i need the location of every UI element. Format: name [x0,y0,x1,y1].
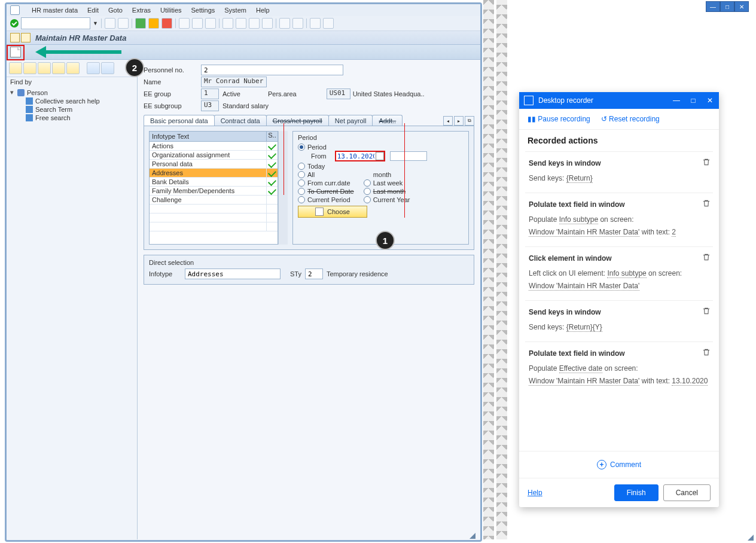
minimize-button[interactable]: — [672,96,681,105]
delete-icon[interactable] [702,158,711,166]
table-row[interactable]: Bank Details [150,178,278,187]
close-button[interactable]: ✕ [706,96,714,105]
help-link[interactable]: Help [528,489,542,497]
nav-back-icon[interactable] [135,18,146,29]
radio-period[interactable] [298,144,305,151]
create-button[interactable] [10,47,21,57]
radio-all[interactable] [298,171,305,178]
pause-button[interactable]: ▮▮ Pause recording [528,115,590,123]
radio-curr-period[interactable] [298,196,305,203]
delete-icon[interactable] [702,199,711,208]
action-card[interactable]: Polulate text field in windowPopulate In… [525,193,713,246]
add-comment-button[interactable]: +Comment [519,451,719,478]
choose-button[interactable]: Choose [298,206,367,218]
nav-cancel-icon[interactable] [161,18,172,29]
resize-handle-icon[interactable] [748,535,754,541]
first-page-icon[interactable] [222,18,233,29]
next-page-icon[interactable] [249,18,260,29]
from-date-field[interactable] [335,151,385,161]
radio-last-week[interactable] [364,179,371,187]
table-row[interactable]: Actions [150,142,278,151]
delete-icon[interactable] [702,307,711,315]
tab-addt[interactable]: Addt.. [372,115,403,126]
action-card[interactable]: Send keys in windowSend keys: {Return} [525,151,713,193]
enter-icon[interactable] [10,19,19,28]
radio-today[interactable] [298,163,305,170]
tab-gross[interactable]: Gross/net payroll [266,115,329,126]
table-row[interactable]: Organizational assignment [150,151,278,160]
tab-scroll-left-icon[interactable]: ◂ [443,116,453,126]
calendar-icon[interactable] [376,152,384,160]
menu-item[interactable]: System [224,7,246,14]
save-icon[interactable] [118,18,129,29]
find-icon[interactable] [192,18,203,29]
table-scrollbar[interactable] [278,131,288,245]
menu-item[interactable]: Settings [191,7,215,14]
radio-curr-year[interactable] [364,196,371,203]
close-button[interactable]: ✕ [734,1,749,12]
menu-item[interactable]: HR master data [32,7,78,14]
findby-tree: Person Collective search help Search Ter… [7,87,137,123]
tab-list-icon[interactable]: ⧉ [465,116,474,126]
to-date-input[interactable] [390,151,427,161]
tab-net[interactable]: Net payroll [328,115,373,126]
tab-basic[interactable]: Basic personal data [144,115,215,126]
nav-left-icon[interactable] [9,62,22,74]
action-list[interactable]: Send keys in windowSend keys: {Return}Po… [519,151,719,451]
fav-icon[interactable] [38,62,51,74]
tab-scroll-right-icon[interactable]: ▸ [454,116,464,126]
prev-page-icon[interactable] [236,18,246,29]
card-body: Populate Info subtype on screen:Window '… [529,213,709,239]
tree-node-person[interactable]: Person [8,88,136,97]
nav-exit-icon[interactable] [148,18,159,29]
tab-contract[interactable]: Contract data [214,115,267,126]
back-icon[interactable] [105,18,115,29]
delete-icon[interactable] [702,253,711,261]
fav2-icon[interactable] [52,62,65,74]
from-date-input[interactable] [336,152,376,160]
delete-icon[interactable] [702,348,711,356]
print-icon[interactable] [179,18,190,29]
collapse-icon[interactable] [101,62,114,74]
shortcut-icon[interactable] [292,18,303,29]
action-card[interactable]: Polulate text field in windowPopulate Ef… [525,341,713,395]
infotype-input[interactable] [185,269,281,279]
command-field[interactable] [21,17,90,29]
menu-item[interactable]: Edit [87,7,99,14]
menu-item[interactable]: Goto [108,7,123,14]
table-row[interactable]: Family Member/Dependents [150,187,278,196]
nav-right-icon[interactable] [23,62,36,74]
sty-input[interactable] [305,269,323,279]
action-card[interactable]: Send keys in windowSend keys: {Return}{Y… [525,300,713,341]
table-row[interactable]: Challenge [150,196,278,205]
resize-handle-icon[interactable] [470,533,475,539]
help-icon[interactable] [310,18,321,29]
minimize-button[interactable]: — [706,1,720,12]
reset-button[interactable]: ↺ Reset recording [601,115,660,123]
radio-from-curr[interactable] [298,179,305,187]
tree-node[interactable]: Free search [23,114,136,122]
menu-item[interactable]: Help [256,7,270,14]
new-session-icon[interactable] [279,18,290,29]
menu-item[interactable]: Extras [132,7,151,14]
menu-icon[interactable] [10,5,20,15]
maximize-button[interactable]: □ [720,1,734,12]
find-next-icon[interactable] [205,18,216,29]
personnel-no-label: Personnel no. [144,66,201,74]
action-card[interactable]: Click element in windowLeft click on UI … [525,246,713,300]
fav3-icon[interactable] [66,62,80,74]
table-row[interactable]: Personal data [150,160,278,169]
layout-icon[interactable] [323,18,334,29]
table-row[interactable]: Addresses [150,169,278,178]
menu-item[interactable]: Utilities [160,7,181,14]
maximize-button[interactable]: □ [689,96,697,105]
cancel-button[interactable]: Cancel [663,484,711,501]
personnel-no-input[interactable] [201,65,343,75]
last-page-icon[interactable] [262,18,273,29]
radio-to-curr[interactable] [298,188,305,195]
tree-node[interactable]: Search Term [23,105,136,114]
finish-button[interactable]: Finish [614,484,659,501]
radio-last-month[interactable] [364,188,371,195]
expand-icon[interactable] [87,62,100,74]
tree-node[interactable]: Collective search help [23,97,136,105]
